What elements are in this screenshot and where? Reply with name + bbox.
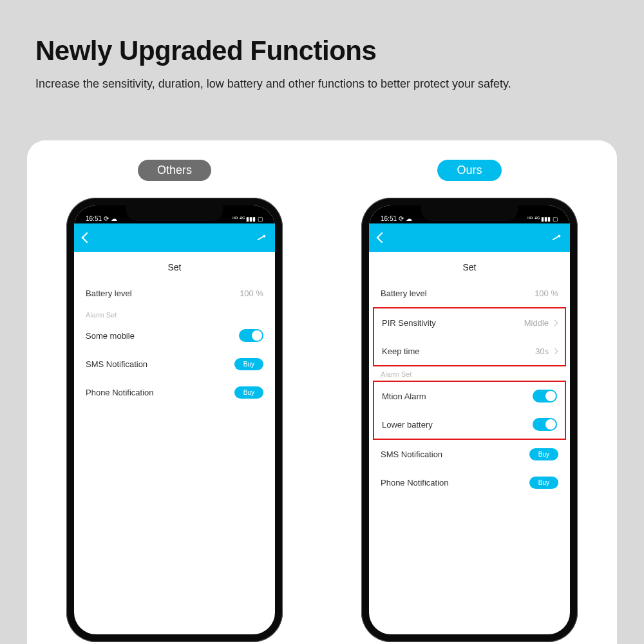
row-lower-battery: Lower battery — [374, 410, 565, 439]
row-pir[interactable]: PIR Sensitivity Middle — [374, 308, 565, 337]
motion-alarm-label: Mtion Alarm — [382, 392, 426, 401]
status-time: 16:51 ⟳ ☁ — [86, 215, 117, 222]
battery-value: 100 % — [240, 289, 263, 298]
buy-sms-button[interactable]: Buy — [529, 448, 558, 460]
toggle-motion-alarm[interactable] — [533, 390, 557, 402]
battery-label: Battery level — [86, 289, 132, 298]
row-battery: Battery level 100 % — [369, 279, 570, 307]
phone-notch — [421, 205, 518, 221]
row-some-mobile: Some mobile — [74, 321, 275, 350]
row-sms: SMS Notification Buy — [74, 350, 275, 378]
sms-label: SMS Notification — [381, 450, 442, 459]
phone-notif-label: Phone Notification — [86, 388, 154, 397]
edit-icon[interactable] — [257, 235, 265, 241]
chevron-right-icon — [552, 319, 558, 326]
badge-others: Others — [138, 160, 211, 181]
phone-notif-label: Phone Notification — [381, 478, 449, 488]
pir-value: Middle — [524, 318, 557, 328]
section-alarm-set: Alarm Set — [369, 366, 570, 381]
row-phone-notif: Phone Notification Buy — [74, 378, 275, 406]
status-right: ᴴᴰ ⁴ᴳ ▮▮▮ ▢ — [527, 216, 558, 222]
app-bar — [369, 223, 570, 252]
lower-battery-label: Lower battery — [382, 420, 433, 430]
sms-label: SMS Notification — [86, 359, 147, 369]
phone-ours: 16:51 ⟳ ☁ ᴴᴰ ⁴ᴳ ▮▮▮ ▢ Set Battery level … — [361, 198, 578, 642]
back-icon[interactable] — [82, 232, 93, 243]
toggle-lower-battery[interactable] — [533, 418, 557, 431]
buy-phone-button[interactable]: Buy — [234, 386, 263, 399]
row-phone-notif: Phone Notification Buy — [369, 468, 570, 497]
row-motion-alarm: Mtion Alarm — [374, 382, 565, 410]
phone-notch — [126, 205, 223, 221]
battery-value: 100 % — [535, 289, 558, 298]
highlight-box-sensitivity: PIR Sensitivity Middle Keep time 30s — [373, 307, 566, 366]
row-battery: Battery level 100 % — [74, 279, 275, 307]
status-right: ᴴᴰ ⁴ᴳ ▮▮▮ ▢ — [232, 216, 263, 222]
keeptime-label: Keep time — [382, 346, 420, 356]
row-keeptime[interactable]: Keep time 30s — [374, 337, 565, 365]
chevron-right-icon — [552, 348, 558, 354]
app-bar — [74, 223, 275, 252]
badge-ours: Ours — [437, 160, 501, 181]
row-sms: SMS Notification Buy — [369, 440, 570, 468]
highlight-box-alarms: Mtion Alarm Lower battery — [373, 381, 566, 440]
section-alarm-set: Alarm Set — [74, 307, 275, 321]
pir-label: PIR Sensitivity — [382, 318, 436, 328]
some-mobile-label: Some mobile — [86, 331, 135, 341]
buy-phone-button[interactable]: Buy — [529, 477, 558, 489]
screen-title: Set — [74, 252, 275, 279]
col-others: Others 16:51 ⟳ ☁ ᴴᴰ ⁴ᴳ ▮▮▮ ▢ Set Battery… — [52, 160, 297, 644]
comparison-card: Others 16:51 ⟳ ☁ ᴴᴰ ⁴ᴳ ▮▮▮ ▢ Set Battery… — [27, 140, 617, 644]
page-subtitle: Increase the sensitivity, duration, low … — [35, 75, 551, 93]
phone-others: 16:51 ⟳ ☁ ᴴᴰ ⁴ᴳ ▮▮▮ ▢ Set Battery level … — [66, 198, 283, 642]
back-icon[interactable] — [377, 232, 388, 243]
battery-label: Battery level — [381, 289, 427, 298]
col-ours: Ours 16:51 ⟳ ☁ ᴴᴰ ⁴ᴳ ▮▮▮ ▢ Set Battery l… — [347, 160, 592, 644]
keeptime-value: 30s — [535, 346, 557, 356]
buy-sms-button[interactable]: Buy — [234, 358, 263, 370]
screen-title: Set — [369, 252, 570, 279]
toggle-some-mobile[interactable] — [239, 329, 263, 342]
page-title: Newly Upgraded Functions — [35, 35, 609, 66]
status-time: 16:51 ⟳ ☁ — [381, 215, 412, 222]
edit-icon[interactable] — [552, 235, 560, 241]
